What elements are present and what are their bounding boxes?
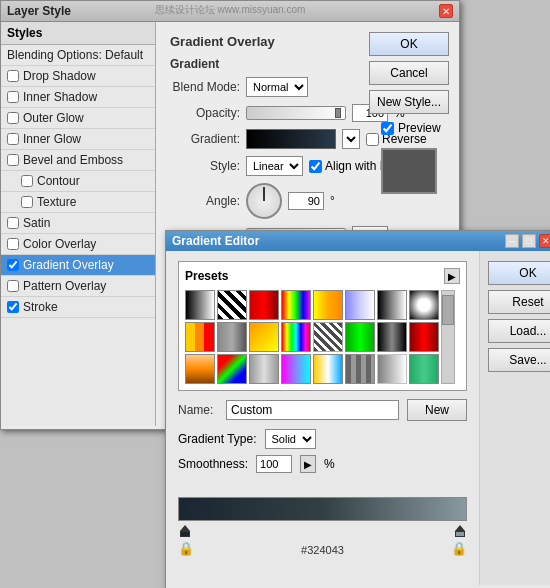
- name-input[interactable]: [226, 400, 399, 420]
- inner-shadow-checkbox[interactable]: [7, 91, 19, 103]
- ge-minimize-button[interactable]: ─: [505, 234, 519, 248]
- preview-checkbox[interactable]: [381, 122, 394, 135]
- preset-10[interactable]: [249, 322, 279, 352]
- pattern-overlay-item[interactable]: Pattern Overlay: [1, 276, 155, 297]
- gradient-editor-main: Presets ▶: [166, 251, 479, 585]
- preset-6[interactable]: [377, 290, 407, 320]
- gradient-stops-bottom: [178, 521, 467, 537]
- layer-style-title: Layer Style: [7, 4, 71, 18]
- outer-glow-item[interactable]: Outer Glow: [1, 108, 155, 129]
- preset-13[interactable]: [345, 322, 375, 352]
- preset-23[interactable]: [409, 354, 439, 384]
- preset-22[interactable]: [377, 354, 407, 384]
- preset-7[interactable]: [409, 290, 439, 320]
- drop-shadow-item[interactable]: Drop Shadow: [1, 66, 155, 87]
- outer-glow-checkbox[interactable]: [7, 112, 19, 124]
- gradient-dropdown[interactable]: ▼: [342, 129, 360, 149]
- bevel-emboss-item[interactable]: Bevel and Emboss: [1, 150, 155, 171]
- inner-glow-checkbox[interactable]: [7, 133, 19, 145]
- cancel-button[interactable]: Cancel: [369, 61, 449, 85]
- gradient-overlay-item[interactable]: Gradient Overlay: [1, 255, 155, 276]
- ge-load-button[interactable]: Load...: [488, 319, 550, 343]
- stops-info-row: 🔒 #324043 🔒: [178, 541, 467, 556]
- texture-checkbox[interactable]: [21, 196, 33, 208]
- preset-21[interactable]: [345, 354, 375, 384]
- ok-button[interactable]: OK: [369, 32, 449, 56]
- style-select[interactable]: Linear: [246, 156, 303, 176]
- presets-menu-button[interactable]: ▶: [444, 268, 460, 284]
- smoothness-stepper[interactable]: ▶: [300, 455, 316, 473]
- new-gradient-button[interactable]: New: [407, 399, 467, 421]
- angle-input[interactable]: [288, 192, 324, 210]
- pattern-overlay-checkbox[interactable]: [7, 280, 19, 292]
- blend-mode-select[interactable]: Normal: [246, 77, 308, 97]
- presets-scrollbar[interactable]: [441, 290, 455, 384]
- layer-style-close-button[interactable]: ✕: [439, 4, 453, 18]
- preset-12[interactable]: [313, 322, 343, 352]
- color-overlay-checkbox[interactable]: [7, 238, 19, 250]
- gradient-editor-title: Gradient Editor: [172, 234, 259, 248]
- ge-maximize-button[interactable]: □: [522, 234, 536, 248]
- stop-left-box: [180, 531, 190, 537]
- preset-5[interactable]: [345, 290, 375, 320]
- preset-20[interactable]: [313, 354, 343, 384]
- lock-left-icon: 🔒: [178, 541, 194, 556]
- stop-left[interactable]: [180, 525, 190, 537]
- gradient-stops-top: [178, 483, 467, 497]
- preset-17[interactable]: [217, 354, 247, 384]
- bevel-emboss-checkbox[interactable]: [7, 154, 19, 166]
- ge-window-controls: ─ □ ✕: [505, 234, 550, 248]
- ge-reset-button[interactable]: Reset: [488, 290, 550, 314]
- preset-18[interactable]: [249, 354, 279, 384]
- stroke-checkbox[interactable]: [7, 301, 19, 313]
- smoothness-label: Smoothness:: [178, 457, 248, 471]
- smoothness-input[interactable]: [256, 455, 292, 473]
- ge-ok-button[interactable]: OK: [488, 261, 550, 285]
- inner-glow-item[interactable]: Inner Glow: [1, 129, 155, 150]
- color-overlay-item[interactable]: Color Overlay: [1, 234, 155, 255]
- texture-item[interactable]: Texture: [1, 192, 155, 213]
- stroke-item[interactable]: Stroke: [1, 297, 155, 318]
- blending-options-item[interactable]: Blending Options: Default: [1, 45, 155, 66]
- name-label: Name:: [178, 403, 218, 417]
- satin-checkbox[interactable]: [7, 217, 19, 229]
- angle-dial[interactable]: [246, 183, 282, 219]
- preset-1[interactable]: [217, 290, 247, 320]
- contour-checkbox[interactable]: [21, 175, 33, 187]
- ge-close-button[interactable]: ✕: [539, 234, 550, 248]
- gradient-editor-window: Gradient Editor ─ □ ✕ Presets ▶: [165, 230, 550, 588]
- preset-4[interactable]: [313, 290, 343, 320]
- presets-grid-wrapper: [185, 290, 460, 384]
- gradient-type-select[interactable]: Solid: [265, 429, 316, 449]
- lock-right-icon: 🔒: [451, 541, 467, 556]
- preset-14[interactable]: [377, 322, 407, 352]
- align-checkbox[interactable]: [309, 160, 322, 173]
- opacity-label: Opacity:: [170, 106, 240, 120]
- gradient-swatch[interactable]: [246, 129, 336, 149]
- preset-8[interactable]: [185, 322, 215, 352]
- satin-item[interactable]: Satin: [1, 213, 155, 234]
- drop-shadow-checkbox[interactable]: [7, 70, 19, 82]
- preview-row: Preview: [381, 121, 449, 135]
- preset-19[interactable]: [281, 354, 311, 384]
- contour-item[interactable]: Contour: [1, 171, 155, 192]
- angle-line: [263, 187, 265, 201]
- smoothness-unit: %: [324, 457, 335, 471]
- preset-11[interactable]: [281, 322, 311, 352]
- gradient-bar[interactable]: [178, 497, 467, 521]
- opacity-slider[interactable]: [246, 106, 346, 120]
- new-style-button[interactable]: New Style...: [369, 90, 449, 114]
- preset-9[interactable]: [217, 322, 247, 352]
- preset-3[interactable]: [281, 290, 311, 320]
- layer-style-titlebar: Layer Style 思续设计论坛 www.missyuan.com ✕: [1, 1, 459, 22]
- stop-right[interactable]: [455, 525, 465, 537]
- ge-save-button[interactable]: Save...: [488, 348, 550, 372]
- style-label: Style:: [170, 159, 240, 173]
- inner-shadow-item[interactable]: Inner Shadow: [1, 87, 155, 108]
- preset-0[interactable]: [185, 290, 215, 320]
- preset-15[interactable]: [409, 322, 439, 352]
- preset-2[interactable]: [249, 290, 279, 320]
- gradient-overlay-checkbox[interactable]: [7, 259, 19, 271]
- color-hash: #324043: [301, 544, 344, 556]
- preset-16[interactable]: [185, 354, 215, 384]
